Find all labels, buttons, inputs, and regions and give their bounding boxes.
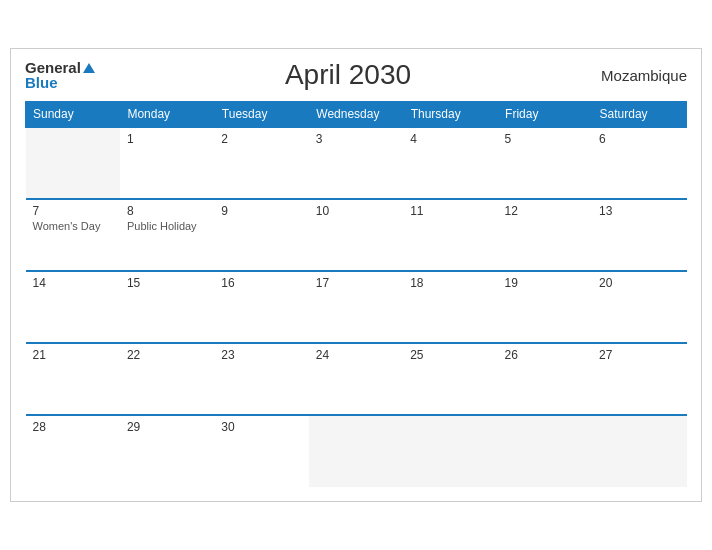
calendar-week-row: 7Women's Day8Public Holiday910111213	[26, 199, 687, 271]
day-number: 23	[221, 348, 301, 362]
calendar-cell: 23	[214, 343, 308, 415]
day-number: 26	[505, 348, 585, 362]
logo: General Blue	[25, 60, 95, 90]
day-number: 24	[316, 348, 396, 362]
calendar-cell: 16	[214, 271, 308, 343]
day-number: 5	[505, 132, 585, 146]
event-label: Women's Day	[33, 220, 113, 232]
day-number: 12	[505, 204, 585, 218]
calendar-cell	[309, 415, 403, 487]
day-number: 29	[127, 420, 207, 434]
calendar-cell	[498, 415, 592, 487]
calendar-cell: 5	[498, 127, 592, 199]
month-title: April 2030	[285, 59, 411, 91]
day-number: 27	[599, 348, 679, 362]
calendar-cell: 15	[120, 271, 214, 343]
calendar-cell: 12	[498, 199, 592, 271]
day-number: 14	[33, 276, 113, 290]
day-number: 22	[127, 348, 207, 362]
header-saturday: Saturday	[592, 102, 686, 128]
calendar-cell: 3	[309, 127, 403, 199]
calendar-cell	[592, 415, 686, 487]
calendar-cell: 17	[309, 271, 403, 343]
logo-general-text: General	[25, 60, 81, 75]
calendar-cell: 7Women's Day	[26, 199, 120, 271]
day-number: 18	[410, 276, 490, 290]
calendar-cell: 28	[26, 415, 120, 487]
day-number: 13	[599, 204, 679, 218]
weekday-header-row: Sunday Monday Tuesday Wednesday Thursday…	[26, 102, 687, 128]
header-tuesday: Tuesday	[214, 102, 308, 128]
calendar-cell: 22	[120, 343, 214, 415]
header-friday: Friday	[498, 102, 592, 128]
event-label: Public Holiday	[127, 220, 207, 232]
calendar-container: General Blue April 2030 Mozambique Sunda…	[10, 48, 702, 502]
day-number: 15	[127, 276, 207, 290]
country-name: Mozambique	[601, 67, 687, 84]
calendar-cell: 21	[26, 343, 120, 415]
calendar-week-row: 21222324252627	[26, 343, 687, 415]
calendar-cell: 20	[592, 271, 686, 343]
calendar-cell	[26, 127, 120, 199]
day-number: 3	[316, 132, 396, 146]
calendar-cell: 4	[403, 127, 497, 199]
day-number: 6	[599, 132, 679, 146]
header-wednesday: Wednesday	[309, 102, 403, 128]
calendar-cell: 10	[309, 199, 403, 271]
calendar-cell: 11	[403, 199, 497, 271]
calendar-cell: 1	[120, 127, 214, 199]
day-number: 10	[316, 204, 396, 218]
calendar-cell: 19	[498, 271, 592, 343]
day-number: 25	[410, 348, 490, 362]
day-number: 19	[505, 276, 585, 290]
calendar-cell: 26	[498, 343, 592, 415]
calendar-cell: 18	[403, 271, 497, 343]
calendar-cell: 25	[403, 343, 497, 415]
calendar-week-row: 123456	[26, 127, 687, 199]
day-number: 28	[33, 420, 113, 434]
calendar-cell: 8Public Holiday	[120, 199, 214, 271]
calendar-week-row: 282930	[26, 415, 687, 487]
day-number: 16	[221, 276, 301, 290]
calendar-cell: 14	[26, 271, 120, 343]
day-number: 8	[127, 204, 207, 218]
day-number: 21	[33, 348, 113, 362]
calendar-cell: 30	[214, 415, 308, 487]
calendar-cell	[403, 415, 497, 487]
day-number: 20	[599, 276, 679, 290]
logo-blue-text: Blue	[25, 75, 58, 90]
day-number: 7	[33, 204, 113, 218]
calendar-cell: 2	[214, 127, 308, 199]
header-thursday: Thursday	[403, 102, 497, 128]
calendar-cell: 24	[309, 343, 403, 415]
day-number: 4	[410, 132, 490, 146]
header-monday: Monday	[120, 102, 214, 128]
day-number: 11	[410, 204, 490, 218]
calendar-cell: 9	[214, 199, 308, 271]
calendar-cell: 29	[120, 415, 214, 487]
day-number: 30	[221, 420, 301, 434]
day-number: 9	[221, 204, 301, 218]
calendar-cell: 27	[592, 343, 686, 415]
calendar-cell: 6	[592, 127, 686, 199]
calendar-week-row: 14151617181920	[26, 271, 687, 343]
calendar-header: General Blue April 2030 Mozambique	[25, 59, 687, 91]
calendar-cell: 13	[592, 199, 686, 271]
day-number: 1	[127, 132, 207, 146]
day-number: 2	[221, 132, 301, 146]
day-number: 17	[316, 276, 396, 290]
logo-triangle-icon	[83, 63, 95, 73]
header-sunday: Sunday	[26, 102, 120, 128]
calendar-grid: Sunday Monday Tuesday Wednesday Thursday…	[25, 101, 687, 487]
